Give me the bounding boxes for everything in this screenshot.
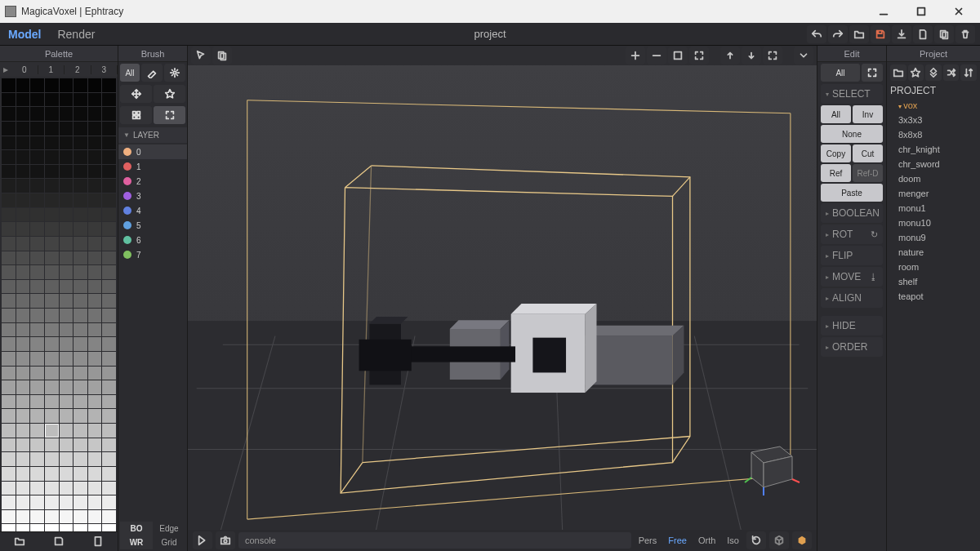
palette-swatch[interactable] (88, 409, 102, 423)
palette-swatch[interactable] (102, 438, 116, 452)
ref-d-button[interactable]: Ref-D (853, 164, 883, 182)
palette-swatch[interactable] (88, 93, 102, 107)
palette-swatch[interactable] (60, 265, 74, 279)
console-toggle-icon[interactable] (193, 531, 212, 549)
palette-swatch[interactable] (30, 467, 44, 481)
brush-edge-toggle[interactable]: Edge (153, 522, 185, 535)
palette-swatch[interactable] (45, 395, 59, 409)
palette-swatch[interactable] (60, 78, 74, 92)
palette-swatch[interactable] (102, 294, 116, 308)
palette-swatch[interactable] (45, 452, 59, 466)
palette-swatch[interactable] (74, 452, 87, 466)
palette-swatch[interactable] (2, 495, 16, 509)
palette-swatch[interactable] (30, 337, 44, 351)
palette-swatch[interactable] (16, 380, 30, 394)
palette-page-2[interactable]: 2 (65, 65, 91, 74)
project-item[interactable]: monu1 (887, 201, 980, 216)
palette-swatch[interactable] (60, 510, 74, 524)
palette-swatch[interactable] (30, 251, 44, 265)
palette-swatch[interactable] (2, 165, 16, 179)
project-item[interactable]: chr_knight (887, 142, 980, 157)
move-down-button[interactable] (742, 47, 761, 64)
palette-swatch[interactable] (74, 136, 87, 150)
palette-swatch[interactable] (30, 136, 44, 150)
edit-expand-icon[interactable] (862, 64, 883, 82)
palette-swatch[interactable] (16, 122, 30, 136)
copy-button[interactable]: Copy (821, 144, 851, 162)
palette-swatch[interactable] (74, 323, 87, 337)
project-item[interactable]: doom (887, 171, 980, 186)
boolean-section[interactable]: BOOLEAN (821, 203, 883, 223)
view-options-dropdown[interactable] (794, 47, 813, 64)
paste-button[interactable]: Paste (821, 184, 883, 202)
palette-swatch[interactable] (2, 424, 16, 438)
palette-swatch[interactable] (102, 107, 116, 121)
rot-section[interactable]: ROT↻ (821, 224, 883, 244)
palette-swatch[interactable] (102, 452, 116, 466)
palette-swatch[interactable] (16, 78, 30, 92)
project-item[interactable]: menger (887, 186, 980, 201)
palette-swatch[interactable] (88, 179, 102, 193)
palette-swatch[interactable] (16, 352, 30, 366)
palette-page-1[interactable]: 1 (38, 65, 65, 74)
palette-swatch[interactable] (102, 122, 116, 136)
palette-swatch[interactable] (16, 237, 30, 251)
palette-swatch[interactable] (45, 467, 59, 481)
select-all-button[interactable]: All (821, 105, 851, 123)
palette-swatch[interactable] (74, 352, 87, 366)
palette-swatch[interactable] (16, 93, 30, 107)
palette-swatch[interactable] (102, 467, 116, 481)
palette-swatch[interactable] (30, 222, 44, 236)
palette-save-icon[interactable] (39, 532, 78, 550)
select-inv-button[interactable]: Inv (853, 105, 883, 123)
palette-swatch[interactable] (45, 78, 59, 92)
layer-item[interactable]: 3 (118, 189, 187, 203)
delete-button[interactable] (956, 25, 975, 43)
palette-swatch[interactable] (74, 280, 87, 294)
palette-swatch[interactable] (30, 510, 44, 524)
project-item[interactable]: room (887, 260, 980, 274)
palette-swatch[interactable] (88, 165, 102, 179)
move-down-icon[interactable]: ⭳ (869, 272, 878, 282)
palette-swatch[interactable] (88, 222, 102, 236)
palette-swatch[interactable] (30, 294, 44, 308)
brush-frame-icon[interactable] (154, 106, 185, 124)
flip-section[interactable]: FLIP (821, 246, 883, 265)
palette-swatch[interactable] (16, 309, 30, 322)
project-title[interactable]: project (474, 28, 506, 40)
palette-swatch[interactable] (2, 222, 16, 236)
palette-swatch[interactable] (60, 222, 74, 236)
palette-swatch[interactable] (16, 452, 30, 466)
palette-swatch[interactable] (102, 409, 116, 423)
layer-item[interactable]: 7 (118, 247, 187, 262)
palette-swatch[interactable] (45, 438, 59, 452)
palette-swatch[interactable] (102, 78, 116, 92)
rot-reset-icon[interactable]: ↻ (871, 229, 878, 240)
fullscreen-button[interactable] (689, 47, 709, 64)
palette-swatch[interactable] (45, 107, 59, 121)
palette-swatch[interactable] (2, 352, 16, 366)
palette-swatch[interactable] (102, 179, 116, 193)
palette-swatch[interactable] (102, 352, 116, 366)
palette-swatch[interactable] (30, 482, 44, 495)
tab-render[interactable]: Render (49, 23, 103, 45)
palette-swatch[interactable] (30, 179, 44, 193)
palette-swatch[interactable] (2, 93, 16, 107)
palette-swatch[interactable] (16, 524, 30, 531)
palette-swatches[interactable] (0, 77, 118, 531)
palette-swatch[interactable] (30, 107, 44, 121)
palette-swatch[interactable] (45, 179, 59, 193)
copy-tool-icon[interactable] (212, 47, 232, 64)
palette-swatch[interactable] (45, 510, 59, 524)
palette-swatch[interactable] (16, 265, 30, 279)
palette-swatch[interactable] (2, 179, 16, 193)
palette-swatch[interactable] (74, 107, 87, 121)
palette-swatch[interactable] (16, 280, 30, 294)
palette-swatch[interactable] (16, 409, 30, 423)
palette-swatch[interactable] (74, 438, 87, 452)
tab-model[interactable]: Model (0, 23, 49, 45)
palette-swatch[interactable] (16, 107, 30, 121)
palette-swatch[interactable] (2, 107, 16, 121)
palette-swatch[interactable] (74, 294, 87, 308)
palette-swatch[interactable] (88, 251, 102, 265)
